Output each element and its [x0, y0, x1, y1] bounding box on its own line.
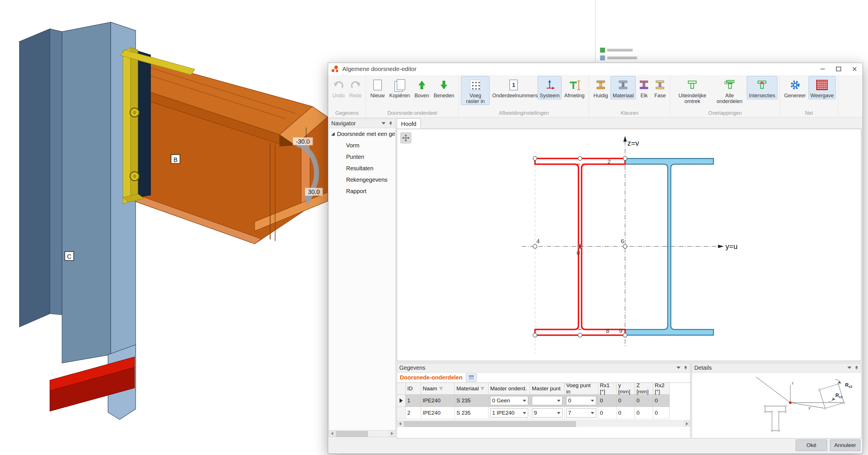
elk-button[interactable]: Elk: [636, 76, 652, 99]
master-onderd-dropdown[interactable]: 1 IPE240: [490, 408, 528, 418]
col-header-rx2[interactable]: Rx2 [°]: [653, 383, 670, 395]
chevron-down-icon[interactable]: [381, 122, 385, 124]
tree-item-vorm[interactable]: Vorm: [329, 140, 395, 151]
row-selector[interactable]: [397, 395, 406, 407]
pin-icon[interactable]: [683, 365, 688, 370]
cell-id[interactable]: 2: [406, 407, 421, 419]
navigator-header[interactable]: Navigator: [329, 119, 395, 128]
col-header-id[interactable]: ID: [406, 383, 421, 395]
details-header[interactable]: Details: [692, 363, 861, 373]
col-header-voeg-punt-in[interactable]: Voeg punt in: [564, 383, 598, 395]
redo-button[interactable]: Redo: [347, 76, 364, 99]
col-header-materiaal[interactable]: Materiaal: [455, 383, 489, 395]
cell-y[interactable]: 0: [617, 407, 635, 419]
cell-master-onderd: 1 IPE240: [489, 407, 530, 419]
cell-y[interactable]: 0: [617, 395, 635, 407]
navigator-scrollbar[interactable]: [329, 430, 395, 437]
tab-hoofd[interactable]: Hoofd: [397, 118, 421, 129]
cell-z[interactable]: 0: [635, 407, 653, 419]
tree-item-punten[interactable]: Punten: [329, 151, 395, 163]
section-drawing[interactable]: z=v y=u 2 4 6 8 9 0: [397, 129, 861, 361]
pan-view-button[interactable]: [400, 133, 411, 143]
section-part-2[interactable]: [625, 159, 713, 335]
axes: [522, 141, 718, 347]
ok-button[interactable]: Oké: [796, 439, 827, 451]
drawing-canvas[interactable]: z=v y=u 2 4 6 8 9 0: [397, 129, 861, 361]
minimize-button[interactable]: [814, 63, 831, 75]
scroll-thumb[interactable]: [404, 421, 576, 427]
master-punt-dropdown[interactable]: 9: [532, 408, 562, 418]
origin-point[interactable]: [579, 245, 582, 248]
scroll-right-arrow[interactable]: [389, 430, 395, 437]
master-onderd-dropdown[interactable]: 0 Geen: [490, 396, 528, 405]
nieuw-button[interactable]: Nieuw: [368, 76, 387, 99]
dimension-label-top: -30.0: [296, 138, 310, 145]
tree-item-rekengegevens[interactable]: Rekengegevens: [329, 174, 395, 186]
beneden-button[interactable]: Beneden: [432, 76, 456, 99]
alle-onderdelen-button[interactable]: Alle onderdelen: [713, 76, 746, 105]
cell-materiaal[interactable]: S 235: [455, 407, 489, 419]
tree-item-rapport[interactable]: Rapport: [329, 186, 395, 197]
col-header-rx1[interactable]: Rx1 [°]: [598, 383, 617, 395]
weergave-button[interactable]: Weergave: [809, 76, 836, 99]
cell-rx2[interactable]: 0: [653, 407, 670, 419]
tree-root-doorsnede[interactable]: Doorsnede met een gen: [329, 128, 395, 140]
cell-rx2[interactable]: 0: [653, 395, 670, 407]
tree-expander-icon[interactable]: [331, 132, 335, 136]
col-header-master-onderd[interactable]: Master onderd.: [489, 383, 530, 395]
svg-text:2: 2: [607, 158, 611, 165]
close-button[interactable]: [846, 63, 863, 75]
filter-icon[interactable]: [439, 387, 443, 390]
uiteindelijke-omtrek-button[interactable]: Uiteindelijke omtrek: [673, 76, 712, 105]
cell-naam[interactable]: IPE240: [421, 395, 455, 407]
chevron-down-icon: [591, 400, 594, 402]
intersecties-button[interactable]: Intersecties: [747, 76, 777, 99]
chevron-down-icon[interactable]: [847, 367, 851, 369]
onderdeelnummers-button[interactable]: 1 Onderdeelnummers: [490, 76, 537, 99]
materiaal-button[interactable]: Materiaal: [611, 76, 636, 99]
scroll-thumb[interactable]: [336, 431, 368, 437]
voeg-punt-in-dropdown[interactable]: 0: [566, 396, 596, 405]
scroll-right-arrow[interactable]: [684, 421, 690, 427]
fase-button[interactable]: Fase: [652, 76, 668, 99]
filter-icon[interactable]: [480, 387, 485, 390]
huidig-button[interactable]: Huidig: [591, 76, 610, 99]
scroll-left-arrow[interactable]: [329, 430, 335, 437]
systeem-button[interactable]: Systeem: [537, 76, 562, 99]
master-punt-dropdown[interactable]: [532, 396, 562, 405]
dialog-titlebar[interactable]: Algemene doorsnede-editor: [328, 63, 863, 75]
table-scrollbar[interactable]: [397, 420, 690, 427]
afmeting-button[interactable]: Afmeting: [562, 76, 587, 99]
tree-item-resultaten[interactable]: Resultaten: [329, 163, 395, 174]
section-parts-toolbar-button[interactable]: [466, 373, 477, 382]
cell-rx1[interactable]: 0: [598, 395, 617, 407]
system-axes-icon: [544, 77, 555, 93]
section-parts-table: ID Naam Materiaal Master onderd. Master …: [397, 382, 690, 419]
tab-doorsnede-onderdelen[interactable]: Doorsnede-onderdelen: [400, 374, 462, 381]
genereer-button[interactable]: Genereer: [782, 76, 808, 99]
scroll-left-arrow[interactable]: [397, 421, 403, 427]
cell-id[interactable]: 1: [406, 395, 421, 407]
navigator-title: Navigator: [331, 120, 356, 127]
chevron-down-icon[interactable]: [677, 367, 681, 369]
voeg-punt-in-dropdown[interactable]: 7: [566, 408, 596, 418]
y-axis-label: y=u: [725, 243, 738, 250]
col-header-naam[interactable]: Naam: [421, 383, 455, 395]
col-header-z[interactable]: Z [mm]: [635, 383, 653, 395]
boven-button[interactable]: Boven: [412, 76, 431, 99]
cell-z[interactable]: 0: [635, 395, 653, 407]
cell-materiaal[interactable]: S 235: [455, 395, 489, 407]
row-selector[interactable]: [397, 407, 406, 419]
cell-naam[interactable]: IPE240: [421, 407, 455, 419]
gegevens-header[interactable]: Gegevens: [397, 363, 690, 373]
col-header-y[interactable]: y [mm]: [617, 383, 635, 395]
voeg-raster-in-button[interactable]: Voeg raster in: [461, 76, 490, 105]
pin-icon[interactable]: [854, 365, 859, 370]
maximize-button[interactable]: [831, 63, 846, 75]
kopieren-button[interactable]: Kopiëren: [387, 76, 412, 99]
col-header-master-punt[interactable]: Master punt: [530, 383, 564, 395]
cell-rx1[interactable]: 0: [598, 407, 617, 419]
cancel-button[interactable]: Annuleer: [830, 439, 860, 451]
undo-button[interactable]: Undo: [331, 76, 347, 99]
pin-icon[interactable]: [389, 121, 393, 125]
